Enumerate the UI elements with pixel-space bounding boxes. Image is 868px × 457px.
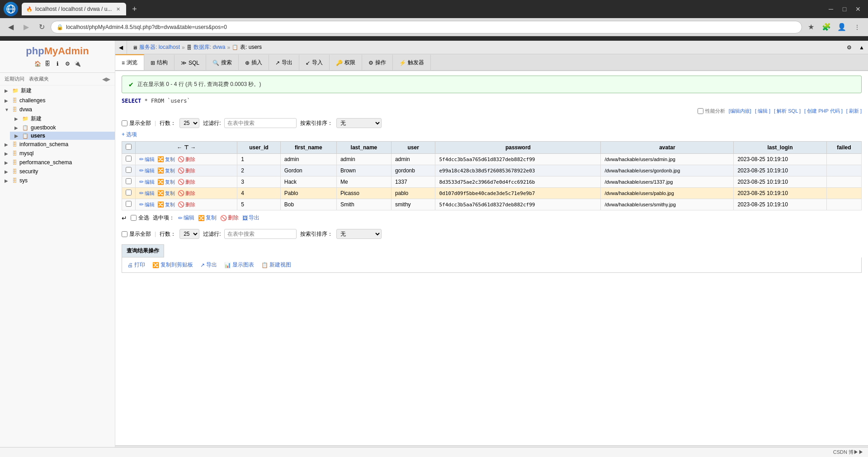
bottom-export-link[interactable]: 🖼 导出 — [242, 214, 259, 222]
col-header-avatar[interactable]: avatar — [601, 142, 734, 154]
row-edit-link-1[interactable]: ✏编辑 — [139, 167, 155, 174]
profile-button[interactable]: 👤 — [835, 21, 848, 33]
panel-collapse-button[interactable]: ▲ — [855, 41, 868, 54]
col-header-password[interactable]: password — [435, 142, 601, 154]
col-header-user[interactable]: user — [391, 142, 435, 154]
pma-db-icon[interactable]: 🗄 — [43, 60, 52, 68]
show-all-bottom-checkbox[interactable] — [122, 231, 127, 237]
select-all-checkbox[interactable] — [126, 144, 132, 150]
tab-sql[interactable]: ≫ SQL — [175, 54, 206, 70]
tab-operations[interactable]: ⚙ 操作 — [362, 54, 393, 70]
select-all-bottom-checkbox[interactable] — [131, 215, 137, 221]
row-copy-link-0[interactable]: 🔀复制 — [157, 156, 175, 163]
create-php-link[interactable]: [ 创建 PHP 代码 ] — [804, 108, 843, 114]
sidebar-item-challenges[interactable]: ▶ 🗄 challenges — [0, 96, 115, 105]
collapse-panel-button[interactable]: ◀ — [115, 41, 127, 54]
row-count-bottom-select[interactable]: 25 — [179, 229, 199, 239]
result-export-link[interactable]: ↗ 导出 — [200, 261, 217, 269]
display-chart-link[interactable]: 📊 显示图表 — [224, 261, 254, 269]
filter-bottom-input[interactable] — [224, 229, 297, 239]
tab-close-icon[interactable]: ✕ — [114, 5, 122, 13]
col-header-failed[interactable]: failed — [826, 142, 861, 154]
sidebar-item-security[interactable]: ▶ 🗄 security — [0, 167, 115, 176]
row-delete-link-4[interactable]: 🚫删除 — [178, 201, 195, 208]
address-bar[interactable]: 🔒 localhost/phpMyAdmin4.8.5/sql.php?db=d… — [51, 21, 802, 33]
tab-export[interactable]: ↗ 导出 — [269, 54, 299, 70]
collapse-icon[interactable]: ◀▶ — [102, 76, 110, 82]
forward-button[interactable]: ▶ — [20, 21, 33, 33]
edit-link[interactable]: [ 编辑 ] — [755, 108, 770, 114]
sort-desc-icon[interactable]: → — [190, 144, 196, 151]
breadcrumb-db-link[interactable]: 数据库: dvwa — [193, 43, 226, 51]
col-header-user-id[interactable]: user_id — [237, 142, 280, 154]
col-header-last-login[interactable]: last_login — [734, 142, 826, 154]
row-delete-link-1[interactable]: 🚫删除 — [178, 167, 195, 174]
pma-plugins-icon[interactable]: 🔌 — [73, 60, 81, 68]
sidebar-item-dvwa-new[interactable]: ▶ 📁 新建 — [10, 114, 115, 124]
row-delete-link-3[interactable]: 🚫删除 — [178, 190, 195, 197]
sidebar-item-users[interactable]: ▶ 📋 users — [10, 132, 115, 140]
pma-info-icon[interactable]: ℹ — [53, 60, 61, 68]
row-copy-link-4[interactable]: 🔀复制 — [157, 201, 175, 208]
panel-settings-button[interactable]: ⚙ — [843, 41, 855, 54]
extensions-button[interactable]: 🧩 — [820, 21, 833, 33]
row-delete-link-2[interactable]: 🚫删除 — [178, 179, 195, 186]
show-all-label[interactable]: 显示全部 — [122, 119, 151, 127]
recent-link[interactable]: 近期访问 — [5, 76, 24, 82]
select-all-bottom-label[interactable]: 全选 — [131, 214, 149, 222]
row-copy-link-1[interactable]: 🔀复制 — [157, 167, 175, 174]
tab-import[interactable]: ↙ 导入 — [299, 54, 330, 70]
sidebar-item-information-schema[interactable]: ▶ 🗄 information_schema — [0, 140, 115, 149]
show-all-checkbox[interactable] — [122, 120, 127, 126]
tab-structure[interactable]: ⊞ 结构 — [144, 54, 175, 70]
tab-privileges[interactable]: 🔑 权限 — [330, 54, 362, 70]
sidebar-item-guestbook[interactable]: ▶ 📋 guestbook — [10, 124, 115, 132]
pma-settings-icon[interactable]: ⚙ — [63, 60, 71, 68]
row-checkbox-1[interactable] — [126, 167, 132, 173]
row-edit-link-0[interactable]: ✏编辑 — [139, 156, 155, 163]
sidebar-item-dvwa[interactable]: ▼ 🗄 dvwa — [0, 105, 115, 114]
refresh-button[interactable]: ↻ — [35, 21, 48, 33]
create-view-link[interactable]: 📋 新建视图 — [261, 261, 291, 269]
row-checkbox-2[interactable] — [126, 178, 132, 184]
row-copy-link-2[interactable]: 🔀复制 — [157, 179, 175, 186]
refresh-link[interactable]: [ 刷新 ] — [846, 108, 862, 114]
bookmark-button[interactable]: ★ — [805, 21, 817, 33]
row-edit-link-4[interactable]: ✏编辑 — [139, 201, 155, 208]
menu-button[interactable]: ⋮ — [851, 21, 863, 33]
explain-sql-link[interactable]: [ 解析 SQL ] — [774, 108, 801, 114]
row-delete-link-0[interactable]: 🚫删除 — [178, 156, 195, 163]
tab-triggers[interactable]: ⚡ 触发器 — [393, 54, 431, 70]
favorites-link[interactable]: 表收藏夹 — [29, 76, 49, 82]
close-button[interactable]: ✕ — [852, 3, 864, 15]
perf-analysis-checkbox[interactable] — [698, 108, 703, 114]
col-header-first-name[interactable]: first_name — [280, 142, 336, 154]
sidebar-item-mysql[interactable]: ▶ 🗄 mysql — [0, 149, 115, 158]
bottom-copy-link[interactable]: 🔀 复制 — [198, 214, 217, 222]
row-checkbox-0[interactable] — [126, 156, 132, 162]
maximize-button[interactable]: □ — [838, 3, 851, 15]
tab-insert[interactable]: ⊕ 插入 — [239, 54, 269, 70]
row-checkbox-4[interactable] — [126, 201, 132, 207]
row-copy-link-3[interactable]: 🔀复制 — [157, 190, 175, 197]
row-edit-link-3[interactable]: ✏编辑 — [139, 190, 155, 197]
pma-home-icon[interactable]: 🏠 — [33, 60, 42, 68]
sort-select[interactable]: 无 — [336, 118, 382, 128]
sidebar-item-performance-schema[interactable]: ▶ 🗄 performance_schema — [0, 158, 115, 167]
show-all-bottom-label[interactable]: 显示全部 — [122, 230, 151, 238]
minimize-button[interactable]: ─ — [825, 3, 837, 15]
row-checkbox-3[interactable] — [126, 190, 132, 195]
sidebar-item-sys[interactable]: ▶ 🗄 sys — [0, 176, 115, 185]
tab-search[interactable]: 🔍 搜索 — [206, 54, 239, 70]
bottom-edit-link[interactable]: ✏ 编辑 — [178, 214, 194, 222]
copy-clipboard-link[interactable]: 🔀 复制到剪贴板 — [152, 261, 193, 269]
sidebar-item-new[interactable]: ▶ 📁 新建 — [0, 86, 115, 96]
new-tab-button[interactable]: + — [128, 3, 141, 15]
edit-inline-link[interactable]: [编辑内嵌] — [729, 108, 751, 114]
print-link[interactable]: 🖨 打印 — [127, 261, 145, 269]
tab-browse[interactable]: ≡ 浏览 — [115, 54, 144, 70]
row-edit-link-2[interactable]: ✏编辑 — [139, 179, 155, 186]
sort-bottom-select[interactable]: 无 — [336, 229, 382, 239]
options-expand-link[interactable]: + 选项 — [122, 131, 862, 138]
bottom-delete-link[interactable]: 🚫 删除 — [220, 214, 239, 222]
